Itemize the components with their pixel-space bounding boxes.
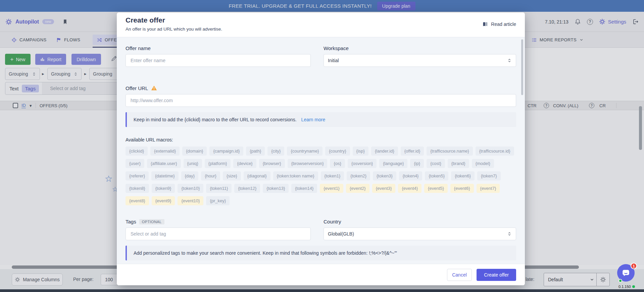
macro-chip[interactable]: {trafficsource.id} [476,147,514,156]
macro-chip[interactable]: {user} [126,159,144,168]
macro-chip[interactable]: {token10} [178,184,203,193]
macros-title: Available URL macros: [126,137,516,142]
macro-chip[interactable]: {model} [472,159,494,168]
macro-chip[interactable]: {token13} [263,184,289,193]
macro-chip[interactable]: {browser} [259,159,285,168]
modal-body: Offer name Workspace Initial Offer URL [117,37,525,264]
chat-bubble-icon [622,268,630,277]
macro-chip[interactable]: {event8} [126,196,149,205]
cancel-button[interactable]: Cancel [447,269,472,281]
macro-chip[interactable]: {device} [233,159,256,168]
online-status-dot [618,279,622,283]
macro-chip[interactable]: {osversion} [348,159,377,168]
modal-subtitle: An offer is your ad URL which you will a… [126,27,516,32]
macro-chip[interactable]: {lander.id} [371,147,398,156]
macro-chip[interactable]: {token11} [206,184,232,193]
chat-unread-badge: 1 [631,263,637,269]
macro-chip[interactable]: {clickid} [126,147,148,156]
macro-chip[interactable]: {isp} [353,147,368,156]
macro-chip[interactable]: {referer} [126,171,149,180]
macro-chip[interactable]: {domain} [182,147,207,156]
create-offer-modal: Create offer An offer is your ad URL whi… [117,12,525,285]
offer-url-label: Offer URL [126,85,516,91]
macro-chip[interactable]: {city} [267,147,284,156]
macro-chip[interactable]: {platform} [205,159,231,168]
macro-chip[interactable]: {path} [246,147,265,156]
tags-label: Tags OPTIONAL [126,219,311,224]
macro-chip[interactable]: {token:token name} [273,171,318,180]
updown-chevron-icon [507,58,512,63]
macro-chip[interactable]: {language} [379,159,407,168]
modal-header: Create offer An offer is your ad URL whi… [117,12,525,37]
macro-chip[interactable]: {token7} [477,171,501,180]
modal-scrollbar[interactable] [521,39,523,95]
app-version: 0.1.150 [618,285,635,289]
offer-url-input[interactable] [126,94,516,107]
macro-chip[interactable]: {day} [181,171,199,180]
macro-chip[interactable]: {token1} [321,171,344,180]
country-label: Country [324,219,516,224]
modal-title: Create offer [126,16,516,24]
chat-widget: 1 [617,264,635,282]
macro-chip[interactable]: {datetime} [151,171,179,180]
macro-chip[interactable]: {event5} [424,184,448,193]
macro-chip[interactable]: {token14} [291,184,317,193]
warning-triangle-icon [151,85,157,91]
macro-chip[interactable]: {event7} [477,184,500,193]
country-select[interactable]: Global(GLB) [324,227,516,240]
macro-chip[interactable]: {countryname} [287,147,323,156]
workspace-select[interactable]: Initial [324,54,516,67]
macro-chip[interactable]: {event4} [398,184,422,193]
macro-chip-list: {clickid}{externalid}{domain}{campaign.i… [126,147,516,205]
app-window: FREE TRIAL. UPGRADE & GET FULL ACCESS IN… [0,0,644,292]
workspace-label: Workspace [324,45,516,51]
macro-chip[interactable]: {event10} [178,196,203,205]
macro-chip[interactable]: {affiliate.user} [147,159,181,168]
macro-chip[interactable]: {uniq} [184,159,202,168]
macro-chip[interactable]: {hour} [201,171,220,180]
macro-chip[interactable]: {trafficsource.name} [427,147,473,156]
offer-name-input[interactable] [126,54,311,67]
macro-chip[interactable]: {event6} [450,184,474,193]
macro-chip[interactable]: {token4} [399,171,423,180]
clickid-note: Keep in mind to add the {clickid} macro … [126,112,516,127]
macro-chip[interactable]: {brand} [448,159,469,168]
macro-chip[interactable]: {token8} [126,184,149,193]
macro-chip[interactable]: {token6} [451,171,475,180]
macro-chip[interactable]: {cost} [427,159,445,168]
offer-name-label: Offer name [126,45,311,51]
book-icon [482,21,488,27]
macro-chip[interactable]: {country} [325,147,350,156]
macro-chip[interactable]: {token3} [373,171,396,180]
tags-input[interactable] [126,227,311,240]
macro-chip[interactable]: {event2} [346,184,369,193]
macro-chip[interactable]: {event9} [152,196,175,205]
macro-chip[interactable]: {ip} [410,159,424,168]
macro-chip[interactable]: {browserversion} [288,159,328,168]
macro-chip[interactable]: {size} [223,171,241,180]
macro-chip[interactable]: {diagonal} [244,171,270,180]
macro-chip[interactable]: {event3} [372,184,396,193]
macro-chip[interactable]: {token12} [234,184,260,193]
macro-chip[interactable]: {pr_key} [206,196,230,205]
learn-more-link[interactable]: Learn more [301,117,326,122]
macro-chip[interactable]: {token9} [152,184,175,193]
tags-note: Add personalized tags to make your searc… [126,246,516,260]
status-dot [632,285,635,288]
updown-chevron-icon [507,232,512,236]
macro-chip[interactable]: {token5} [425,171,448,180]
macro-chip[interactable]: {offer.id} [401,147,424,156]
macro-chip[interactable]: {os} [330,159,345,168]
macro-chip[interactable]: {externalid} [150,147,180,156]
read-article-link[interactable]: Read article [482,21,516,27]
macro-chip[interactable]: {event1} [320,184,343,193]
macro-chip[interactable]: {campaign.id} [209,147,243,156]
modal-footer: Cancel Create offer [117,264,525,285]
optional-badge: OPTIONAL [139,219,164,224]
macro-chip[interactable]: {token2} [347,171,370,180]
create-offer-button[interactable]: Create offer [477,269,516,281]
